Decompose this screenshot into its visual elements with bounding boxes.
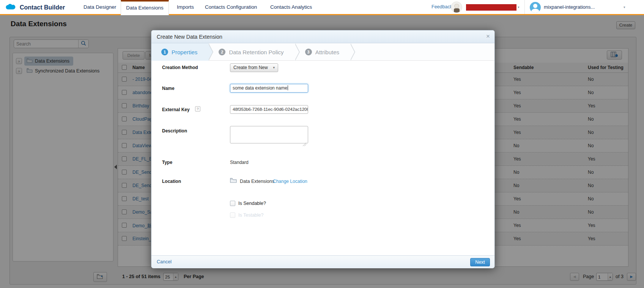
name-input[interactable]: some data extension name [230, 84, 308, 93]
nav-item-data-extensions[interactable]: Data Extensions [121, 0, 169, 15]
einstein-avatar-face [454, 4, 459, 8]
chevron-down-icon: ▾ [273, 64, 275, 72]
account-chevron-down-icon[interactable]: ▾ [624, 5, 625, 9]
location-value: Data Extensions [240, 179, 274, 184]
change-location-link[interactable]: Change Location [273, 179, 307, 184]
person-icon-body [531, 9, 539, 13]
step-label: Properties [172, 49, 197, 55]
app-stage: Contact Builder Data Designer Data Exten… [0, 0, 644, 288]
cloud-logo-icon [5, 3, 17, 12]
user-avatar[interactable] [530, 2, 541, 13]
step-number-badge: 1 [161, 49, 168, 55]
help-icon[interactable]: ? [195, 106, 200, 112]
person-icon [533, 4, 537, 8]
description-label: Description [162, 128, 187, 134]
einstein-avatar-body [454, 8, 460, 13]
nav-divider [524, 0, 525, 14]
name-input-value: some data extension name [233, 85, 287, 91]
creation-method-value: Create from New [233, 64, 268, 72]
external-key-input[interactable]: 48f353b6-7268-11ec-90d6-0242ac1200 [230, 105, 308, 114]
app-title: Contact Builder [20, 4, 65, 11]
creation-method-label: Creation Method [162, 65, 198, 70]
is-testable-label: Is Testable? [238, 212, 263, 218]
close-icon[interactable]: × [486, 33, 490, 40]
nav-item-contacts-configuration[interactable]: Contacts Configuration [205, 0, 257, 14]
einstein-avatar[interactable] [451, 2, 462, 13]
text-cursor [288, 85, 288, 90]
external-key-value: 48f353b6-7268-11ec-90d6-0242ac1200 [233, 107, 308, 112]
step-number-badge: 3 [305, 49, 312, 55]
modal-footer: Cancel Next [151, 255, 494, 268]
type-value: Standard [230, 160, 249, 165]
next-button[interactable]: Next [470, 258, 490, 266]
top-nav: Contact Builder Data Designer Data Exten… [0, 0, 644, 15]
nav-item-data-designer[interactable]: Data Designer [83, 0, 116, 14]
step-data-retention-policy[interactable]: 2 Data Retention Policy [209, 43, 295, 61]
account-menu[interactable]: mixpanel-integrations... [544, 0, 595, 14]
location-label: Location [162, 179, 181, 184]
external-key-label: External Key [162, 107, 190, 112]
modal-header: Create New Data Extension × [151, 30, 494, 43]
type-label: Type [162, 160, 172, 165]
create-data-extension-modal: Create New Data Extension × 1 Properties… [151, 30, 495, 268]
chevron-down-icon[interactable]: ▾ [518, 5, 520, 9]
feedback-link[interactable]: Feedback [431, 0, 452, 14]
nav-item-imports[interactable]: Imports [177, 0, 194, 14]
cancel-button[interactable]: Cancel [157, 259, 172, 264]
step-label: Data Retention Policy [229, 49, 283, 55]
step-label: Attributes [315, 49, 339, 55]
name-label: Name [162, 86, 175, 91]
description-textarea[interactable] [230, 126, 308, 143]
app-logo[interactable]: Contact Builder [5, 3, 65, 12]
is-testable-checkbox [230, 212, 235, 218]
folder-icon [230, 178, 237, 184]
resize-grip-icon[interactable] [303, 143, 306, 146]
modal-title: Create New Data Extension [157, 34, 222, 40]
creation-method-dropdown[interactable]: Create from New ▾ [230, 63, 278, 72]
step-properties[interactable]: 1 Properties [151, 43, 209, 61]
redacted-account-badge[interactable] [466, 4, 516, 11]
nav-item-contacts-analytics[interactable]: Contacts Analytics [270, 0, 312, 14]
is-sendable-checkbox[interactable] [230, 201, 235, 206]
is-sendable-label: Is Sendable? [238, 201, 266, 206]
step-attributes[interactable]: 3 Attributes [295, 43, 351, 61]
step-number-badge: 2 [219, 49, 225, 55]
wizard-steps: 1 Properties 2 Data Retention Policy 3 A… [151, 43, 494, 61]
